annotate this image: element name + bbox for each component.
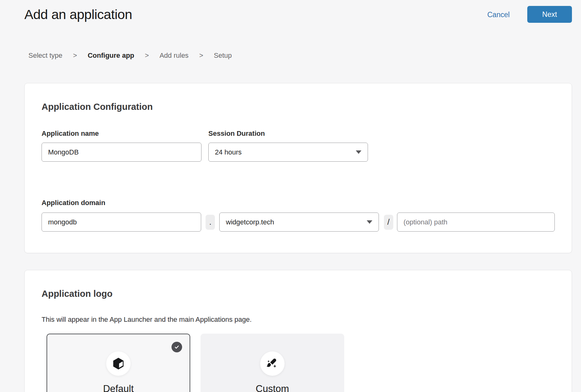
logo-options: Default Custom: [47, 334, 555, 392]
cancel-button[interactable]: Cancel: [487, 11, 510, 19]
application-configuration-card: Application Configuration Application na…: [24, 83, 572, 253]
chevron-down-icon: [367, 220, 372, 224]
logo-heading: Application logo: [42, 270, 555, 299]
page-title: Add an application: [24, 7, 132, 22]
breadcrumb-separator: >: [73, 51, 77, 60]
chevron-down-icon: [356, 150, 361, 154]
application-name-input[interactable]: [42, 143, 201, 162]
breadcrumb-step-configure-app[interactable]: Configure app: [88, 51, 134, 60]
domain-select[interactable]: widgetcorp.tech: [219, 213, 379, 232]
breadcrumb-step-add-rules[interactable]: Add rules: [160, 51, 189, 60]
logo-option-label: Default: [103, 383, 134, 392]
subdomain-input[interactable]: [42, 213, 201, 232]
paintbrush-icon: [266, 357, 279, 370]
breadcrumb: Select type > Configure app > Add rules …: [28, 51, 232, 60]
dot-separator: .: [206, 215, 215, 230]
session-duration-value: 24 hours: [215, 148, 242, 156]
slash-separator: /: [384, 215, 393, 230]
configuration-heading: Application Configuration: [42, 83, 555, 112]
breadcrumb-separator: >: [145, 51, 149, 60]
breadcrumb-separator: >: [199, 51, 203, 60]
application-domain-row: . widgetcorp.tech /: [42, 213, 555, 232]
session-duration-label: Session Duration: [208, 130, 368, 138]
logo-option-label: Custom: [256, 383, 289, 392]
breadcrumb-step-select-type[interactable]: Select type: [28, 51, 62, 60]
custom-logo-avatar: [260, 351, 285, 376]
domain-value: widgetcorp.tech: [226, 218, 274, 226]
path-input[interactable]: [397, 213, 555, 232]
application-domain-label: Application domain: [42, 199, 555, 207]
application-logo-card: Application logo This will appear in the…: [24, 270, 572, 392]
cube-icon: [112, 357, 125, 370]
logo-description: This will appear in the App Launcher and…: [42, 316, 555, 323]
application-name-label: Application name: [42, 130, 201, 138]
next-button[interactable]: Next: [527, 6, 572, 23]
default-logo-avatar: [106, 351, 131, 376]
selected-check-icon: [171, 342, 182, 352]
breadcrumb-step-setup[interactable]: Setup: [214, 51, 232, 60]
logo-option-default[interactable]: Default: [47, 334, 190, 392]
session-duration-select[interactable]: 24 hours: [208, 143, 368, 162]
logo-option-custom[interactable]: Custom: [201, 334, 344, 392]
